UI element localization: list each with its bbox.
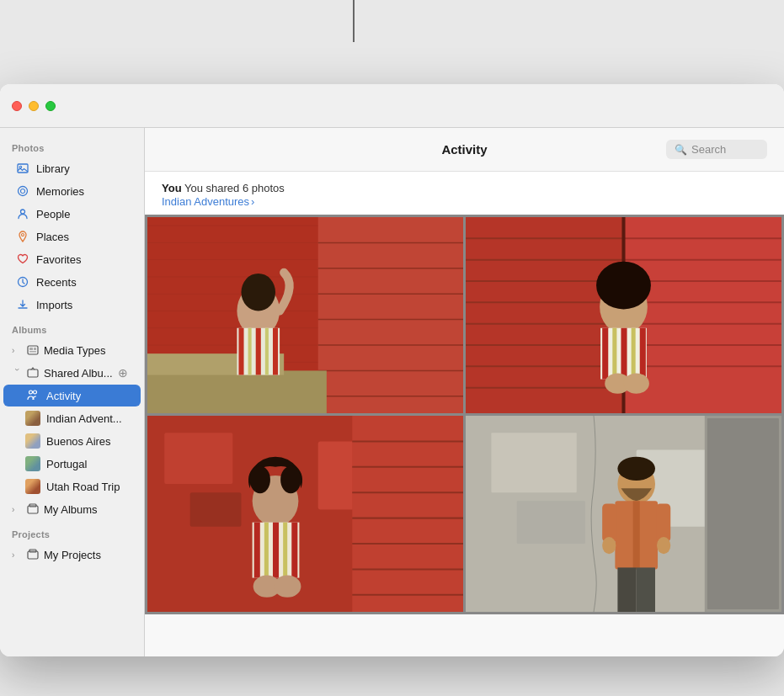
svg-point-4: [21, 210, 25, 214]
svg-point-5: [22, 234, 24, 236]
search-placeholder: Search: [691, 143, 726, 156]
svg-rect-90: [283, 523, 287, 578]
sidebar-item-places[interactable]: Places: [3, 226, 141, 247]
svg-rect-64: [612, 328, 616, 380]
sidebar-item-activity[interactable]: Activity: [3, 385, 141, 406]
sidebar-item-recents[interactable]: Recents: [3, 271, 141, 293]
svg-rect-8: [29, 348, 33, 350]
indian-adventures-label: Indian Advent...: [46, 412, 122, 425]
album-link[interactable]: Indian Adventures ›: [162, 195, 767, 208]
sidebar-item-library[interactable]: Library: [3, 157, 141, 179]
activity-label: Activity: [46, 390, 81, 402]
svg-point-107: [602, 537, 616, 554]
photo-3[interactable]: [147, 416, 463, 612]
svg-rect-106: [656, 503, 670, 542]
photos-section-label: Photos: [0, 135, 144, 157]
sidebar-item-favorites[interactable]: Favorites: [3, 248, 141, 270]
outer-wrapper: Fai clic per visualizzare l'intero album…: [0, 17, 784, 696]
svg-rect-72: [164, 433, 232, 484]
svg-point-3: [21, 189, 25, 194]
svg-point-93: [274, 576, 301, 598]
search-icon: 🔍: [675, 144, 687, 156]
svg-point-85: [280, 466, 301, 493]
svg-rect-9: [34, 348, 36, 350]
my-albums-group[interactable]: › My Albums: [3, 498, 141, 520]
activity-header: You You shared 6 photos Indian Adventure…: [145, 172, 784, 215]
photo-area: You You shared 6 photos Indian Adventure…: [145, 172, 784, 656]
sidebar-item-people[interactable]: People: [3, 203, 141, 225]
svg-rect-7: [28, 346, 38, 354]
media-types-group[interactable]: › Media Types: [3, 339, 141, 361]
sidebar-item-imports[interactable]: Imports: [3, 294, 141, 316]
svg-rect-87: [254, 523, 260, 578]
shared-albums-chevron: ›: [13, 368, 22, 378]
minimize-button[interactable]: [29, 101, 39, 111]
header-right: 🔍 Search: [565, 140, 767, 159]
my-projects-group[interactable]: › My Projects: [3, 544, 141, 566]
svg-point-38: [241, 274, 275, 311]
sidebar-item-indian-adventures[interactable]: Indian Advent...: [3, 407, 141, 429]
svg-point-13: [29, 391, 33, 394]
traffic-lights: [12, 101, 56, 111]
search-box[interactable]: 🔍 Search: [666, 140, 767, 159]
svg-rect-104: [633, 501, 640, 569]
close-button[interactable]: [12, 101, 22, 111]
svg-point-84: [250, 466, 270, 493]
sidebar: Photos Library: [0, 128, 145, 656]
photo-4[interactable]: [466, 416, 781, 612]
svg-rect-96: [491, 433, 576, 492]
people-label: People: [36, 208, 70, 220]
favorites-label: Favorites: [36, 253, 81, 266]
svg-rect-109: [617, 567, 636, 612]
svg-rect-110: [637, 567, 655, 612]
imports-icon: [15, 297, 30, 312]
svg-point-1: [19, 166, 21, 167]
svg-point-14: [34, 391, 37, 394]
svg-rect-36: [265, 328, 269, 375]
svg-point-102: [617, 457, 655, 481]
recents-icon: [15, 274, 30, 290]
svg-rect-66: [632, 328, 636, 380]
people-icon: [15, 206, 30, 221]
albums-section-label: Albums: [0, 316, 144, 338]
sidebar-item-buenos-aires[interactable]: Buenos Aires: [3, 430, 141, 452]
svg-rect-11: [28, 369, 38, 377]
photo-2[interactable]: [466, 217, 781, 413]
activity-icon: [25, 388, 40, 403]
svg-rect-0: [18, 164, 28, 173]
utah-thumb: [25, 479, 40, 494]
places-label: Places: [36, 231, 69, 243]
svg-rect-91: [291, 523, 297, 578]
content-area: Activity 🔍 Search You You shared 6 photo…: [145, 128, 784, 656]
media-types-icon: [25, 343, 40, 358]
shared-albums-group[interactable]: › Shared Albu... ⊕: [3, 362, 141, 384]
svg-rect-100: [707, 418, 779, 609]
recents-label: Recents: [36, 276, 77, 289]
svg-point-61: [596, 262, 651, 310]
sidebar-item-portugal[interactable]: Portugal: [3, 453, 141, 475]
portugal-label: Portugal: [46, 458, 87, 470]
memories-icon: [15, 183, 30, 199]
portugal-thumb: [25, 456, 40, 471]
content-title: Activity: [364, 142, 566, 157]
maximize-button[interactable]: [45, 101, 56, 111]
svg-rect-63: [602, 328, 608, 380]
sidebar-item-utah-road-trip[interactable]: Utah Road Trip: [3, 476, 141, 497]
svg-rect-42: [466, 217, 624, 413]
main-content: Photos Library: [0, 128, 784, 656]
utah-road-trip-label: Utah Road Trip: [46, 481, 120, 493]
add-shared-album-btn[interactable]: ⊕: [118, 366, 128, 380]
svg-rect-97: [517, 501, 585, 544]
svg-rect-89: [273, 523, 279, 578]
my-projects-icon: [25, 547, 40, 562]
favorites-icon: [15, 252, 30, 267]
photo-1[interactable]: defs: [147, 217, 463, 413]
svg-rect-21: [318, 217, 463, 413]
title-bar: [0, 84, 784, 128]
library-label: Library: [36, 162, 70, 175]
indian-adventures-thumb: [25, 411, 40, 426]
sidebar-item-memories[interactable]: Memories: [3, 180, 141, 202]
my-albums-label: My Albums: [44, 503, 98, 516]
svg-rect-88: [264, 523, 269, 578]
svg-rect-75: [352, 416, 463, 612]
